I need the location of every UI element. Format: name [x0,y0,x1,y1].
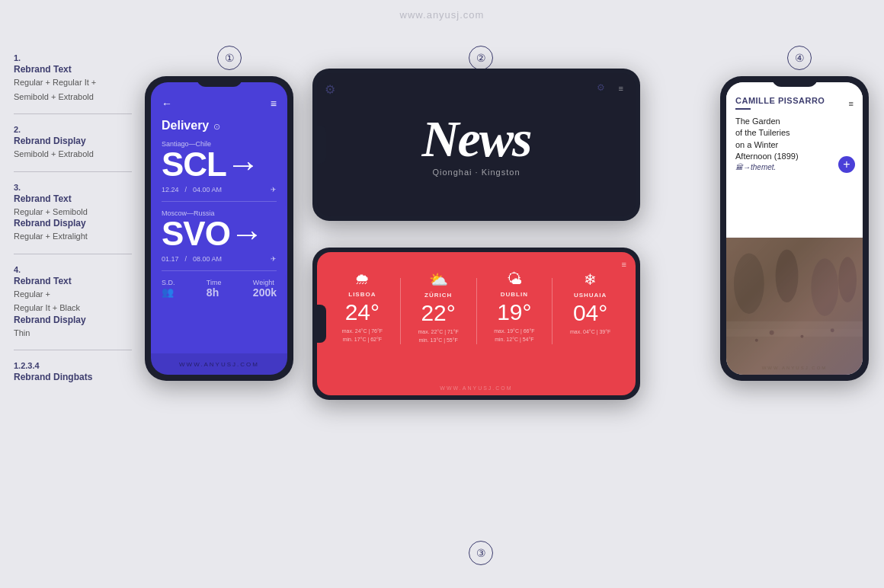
svg-point-9 [831,328,834,332]
divider-v-1 [400,278,401,344]
lisboa-details: max. 24°C | 76°Fmin. 17°C | 62°F [326,327,399,344]
phone2-content: ⚙ ⚙ ≡ News Qionghai · Kingston [317,73,636,216]
svg-point-7 [770,331,774,335]
phone4-desc: The Gardenof the Tuilerieson a WinterAft… [735,116,825,163]
phone1-route1-info: 12.24/04.00 AM ✈ [162,186,277,193]
svg-point-2 [776,249,799,302]
ushuaia-temp: 04° [554,302,626,324]
phone1-divider [162,201,277,202]
phone-news: ⚙ ⚙ ≡ News Qionghai · Kingston [312,69,640,221]
phone1-route2-info: 01.17/08.00 AM ✈ [162,255,277,263]
phone4-link: 🏛→themet. [735,163,825,171]
phone-weather: ≡ 🌧 LISBOA 24° max. 24°C | 76°Fmin. 17°C… [312,248,640,400]
svg-point-4 [838,257,857,302]
phone4-artist: CAMILLE PISSARRO [735,96,825,105]
sidebar-title-5: Rebrand Dingbats [14,372,132,382]
ushuaia-details: max. 04°C | 39°F [554,328,626,336]
sidebar-desc-2: Semibold + Extrabold [14,149,94,158]
divider-v-2 [476,278,477,344]
dublin-icon: 🌤 [479,270,551,288]
circle-4: ④ [787,46,812,70]
sidebar: 1. Rebrand Text Regular + Regular It + S… [14,53,132,404]
city-lisboa: 🌧 LISBOA 24° max. 24°C | 76°Fmin. 17°C |… [326,270,399,344]
dublin-details: max. 19°C | 66°Fmin. 12°C | 54°F [479,327,551,344]
phone1-notch [197,76,242,87]
sidebar-title-3b: Rebrand Display [14,218,132,228]
phone3-cities: 🌧 LISBOA 24° max. 24°C | 76°Fmin. 17°C |… [326,270,626,344]
sidebar-title-4a: Rebrand Text [14,276,132,286]
phone2-screen: ⚙ ⚙ ≡ News Qionghai · Kingston [317,73,636,216]
city-dublin: 🌤 DUBLIN 19° max. 19°C | 66°Fmin. 12°C |… [479,270,551,344]
lisboa-icon: 🌧 [326,270,399,288]
phone4-notch [772,76,818,87]
sidebar-desc-1: Regular + Regular It + Semibold + Extrab… [14,78,96,101]
sidebar-desc-3b: Regular + Extralight [14,232,88,241]
sidebar-num-4: 4. [14,265,132,274]
circle-3: ③ [469,541,493,565]
sidebar-section-5: 1.2.3.4 Rebrand Dingbats [14,361,132,393]
lisboa-name: LISBOA [326,291,399,298]
sidebar-section-3: 3. Rebrand Text Regular + Semibold Rebra… [14,183,132,254]
phone1-back: ← [162,97,172,110]
phone1-menu-icon: ≡ [271,97,277,110]
phone2-gear-left: ⚙ [325,82,335,97]
phone3-watermark: WWW.ANYUSJ.COM [317,385,636,391]
phone1-stat-weight: Weight 200k [253,279,277,299]
sidebar-num-1: 1. [14,53,132,62]
phone4-top: CAMILLE PISSARRO The Gardenof the Tuiler… [726,82,863,181]
phone4-image: ↓ [726,238,863,375]
phone1-route1-code: SCL→ [162,148,259,181]
svg-rect-6 [726,321,863,337]
sidebar-title-4b: Rebrand Display [14,315,132,325]
sidebar-title-3a: Rebrand Text [14,193,132,204]
phone1-stats: S.D. 👥 Time 8h Weight 200k [162,279,277,299]
city-ushuaia: ❄ USHUAIA 04° max. 04°C | 39°F [554,270,626,344]
zurich-temp: 22° [402,302,475,324]
svg-point-8 [800,335,803,338]
sidebar-num-5: 1.2.3.4 [14,361,132,370]
svg-point-10 [755,339,758,342]
city-zurich: ⛅ ZÜRICH 22° max. 22°C | 71°Fmin. 13°C |… [402,270,475,344]
zurich-icon: ⛅ [402,270,475,289]
phone4-plus-button[interactable]: + [838,156,855,173]
sidebar-desc-3a: Regular + Semibold [14,207,88,216]
phone2-title: News [421,113,530,165]
phone1-screen: ← ≡ Delivery ⊙ Santiago—Chile SCL→ 12.24… [151,82,287,375]
sidebar-section-1: 1. Rebrand Text Regular + Regular It + S… [14,53,132,114]
phone-museum: CAMILLE PISSARRO The Gardenof the Tuiler… [720,76,869,381]
main-area: ① ② ④ ③ ← ≡ Delivery ⊙ Santiago—Chile SC… [145,46,869,542]
watermark: www.anyusj.com [400,9,485,21]
phone1-route2-from: Moscow—Russia [162,209,277,217]
sidebar-num-2: 2. [14,125,132,134]
dublin-temp: 19° [479,301,551,324]
phone4-painting-svg [726,238,863,375]
phone1-content: ← ≡ Delivery ⊙ Santiago—Chile SCL→ 12.24… [151,82,287,375]
zurich-name: ZÜRICH [402,292,475,299]
phone3-menu-icon: ≡ [622,260,626,269]
ushuaia-icon: ❄ [554,270,626,289]
phone1-route1-from: Santiago—Chile [162,140,277,148]
phone1-stat-sd: S.D. 👥 [162,279,175,299]
phone4-content: CAMILLE PISSARRO The Gardenof the Tuiler… [726,82,863,375]
phone3-notch [317,305,326,343]
phone1-footer: WWW.ANYUSJ.COM [151,353,287,375]
lisboa-temp: 24° [326,301,399,324]
sidebar-section-4: 4. Rebrand Text Regular + Regular It + B… [14,265,132,351]
sidebar-num-3: 3. [14,183,132,192]
zurich-details: max. 22°C | 71°Fmin. 13°C | 55°F [402,328,475,344]
divider-v-3 [552,278,552,344]
phone2-subtitle: Qionghai · Kingston [421,168,530,177]
phone1-title: Delivery [162,119,209,133]
phone4-screen: CAMILLE PISSARRO The Gardenof the Tuiler… [726,82,863,375]
phone4-divider [735,108,751,110]
phone1-stat-time: Time 8h [207,279,222,299]
sidebar-section-2: 2. Rebrand Display Semibold + Extrabold [14,125,132,172]
phone2-title-wrap: News Qionghai · Kingston [421,113,530,177]
phone-delivery: ← ≡ Delivery ⊙ Santiago—Chile SCL→ 12.24… [145,76,293,381]
phone3-screen: ≡ 🌧 LISBOA 24° max. 24°C | 76°Fmin. 17°C… [317,252,636,395]
phone1-title-icon: ⊙ [213,122,220,132]
svg-point-1 [734,253,764,314]
phone3-content: ≡ 🌧 LISBOA 24° max. 24°C | 76°Fmin. 17°C… [317,252,636,395]
circle-2: ② [469,46,493,70]
phone1-route2-code: SVO→ [162,217,277,251]
